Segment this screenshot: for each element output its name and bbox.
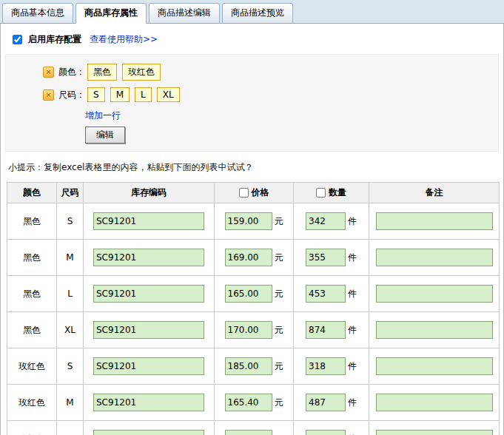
remark-input[interactable] xyxy=(376,285,493,303)
cell-price: 元 xyxy=(215,312,294,348)
cell-quantity: 件 xyxy=(294,348,369,385)
sku-input[interactable] xyxy=(93,285,204,303)
help-link[interactable]: 查看使用帮助>> xyxy=(90,33,158,46)
remove-attribute-icon[interactable]: × xyxy=(43,67,54,78)
cell-price: 元 xyxy=(215,348,294,385)
cell-sku xyxy=(84,312,215,348)
tab-bar: 商品基本信息 商品库存属性 商品描述编辑 商品描述预览 xyxy=(0,0,504,24)
sku-input[interactable] xyxy=(93,212,204,230)
table-row: 玫红色 S 元 件 xyxy=(7,348,500,385)
cell-price: 元 xyxy=(215,240,294,276)
cell-remark xyxy=(369,276,500,312)
cell-quantity: 件 xyxy=(294,312,369,348)
quantity-input[interactable] xyxy=(306,357,346,375)
quantity-input[interactable] xyxy=(306,394,346,411)
price-column-checkbox[interactable] xyxy=(239,188,249,198)
cell-remark xyxy=(369,240,500,276)
remark-input[interactable] xyxy=(376,321,493,339)
cell-remark xyxy=(369,385,500,421)
header-quantity-label: 数量 xyxy=(329,187,346,198)
cell-price: 元 xyxy=(215,385,294,421)
edit-button[interactable]: 编辑 xyxy=(85,127,125,144)
table-row: 黑色 M 元 件 xyxy=(7,240,500,276)
cell-sku xyxy=(84,240,215,276)
price-input[interactable] xyxy=(225,321,272,339)
cell-sku xyxy=(84,276,215,312)
quantity-column-checkbox[interactable] xyxy=(316,188,326,198)
sku-input[interactable] xyxy=(93,430,204,435)
price-input[interactable] xyxy=(225,394,272,411)
quantity-unit: 件 xyxy=(348,252,357,263)
cell-color: 黑色 xyxy=(7,203,57,240)
tab-product-inventory-attributes[interactable]: 商品库存属性 xyxy=(75,3,147,24)
price-input[interactable] xyxy=(225,357,272,375)
header-size: 尺码 xyxy=(57,183,84,203)
attribute-value-button[interactable]: S xyxy=(87,87,105,102)
remark-input[interactable] xyxy=(376,430,493,435)
cell-quantity: 件 xyxy=(294,421,369,435)
cell-color: 玫红色 xyxy=(7,348,57,385)
sku-input[interactable] xyxy=(93,357,204,375)
tab-product-basic-info[interactable]: 商品基本信息 xyxy=(2,3,73,23)
sku-table: 颜色 尺码 库存编码 价格 数量 备注 黑色 S 元 件 xyxy=(7,182,500,435)
cell-remark xyxy=(369,312,500,348)
add-row-link[interactable]: 增加一行 xyxy=(85,109,121,122)
tab-product-description-preview[interactable]: 商品描述预览 xyxy=(222,3,293,23)
quantity-input[interactable] xyxy=(306,430,346,435)
price-input[interactable] xyxy=(225,212,272,230)
cell-sku xyxy=(84,203,215,240)
sku-input[interactable] xyxy=(93,394,204,411)
quantity-input[interactable] xyxy=(306,212,346,230)
header-price-label: 价格 xyxy=(252,187,269,198)
price-unit: 元 xyxy=(275,289,283,299)
remark-input[interactable] xyxy=(376,212,493,230)
cell-color: 黑色 xyxy=(7,276,57,312)
price-input[interactable] xyxy=(225,249,272,266)
sku-input[interactable] xyxy=(93,321,204,339)
attribute-value-button[interactable]: 黑色 xyxy=(87,64,117,81)
cell-size: M xyxy=(57,240,84,276)
remark-input[interactable] xyxy=(376,249,493,266)
price-input[interactable] xyxy=(225,430,272,435)
cell-sku xyxy=(84,385,215,421)
cell-size: S xyxy=(57,348,84,385)
attribute-config-panel: × 颜色： 黑色 玫红色 × 尺码： S M L XL 增加一行 编辑 xyxy=(5,54,499,152)
attribute-row-color: × 颜色： 黑色 玫红色 xyxy=(43,64,498,81)
enable-inventory-checkbox[interactable] xyxy=(13,35,22,44)
quantity-input[interactable] xyxy=(306,321,346,339)
table-row: 黑色 XL 元 件 xyxy=(7,312,500,348)
header-quantity: 数量 xyxy=(294,183,369,203)
cell-color: 玫红色 xyxy=(7,421,57,435)
quantity-unit: 件 xyxy=(348,289,357,299)
cell-size: S xyxy=(57,203,84,240)
paste-tip-text: 小提示：复制excel表格里的内容，粘贴到下面的列表中试试？ xyxy=(8,161,503,174)
cell-color: 黑色 xyxy=(7,240,57,276)
quantity-input[interactable] xyxy=(306,249,346,266)
tab-content-panel: 启用库存配置 查看使用帮助>> × 颜色： 黑色 玫红色 × 尺码： S M L… xyxy=(0,24,504,435)
table-row: 玫红色 L 元 件 xyxy=(7,421,500,435)
cell-size: L xyxy=(57,421,84,435)
remark-input[interactable] xyxy=(376,357,493,375)
attribute-row-size: × 尺码： S M L XL xyxy=(43,87,498,102)
cell-remark xyxy=(369,203,500,240)
cell-price: 元 xyxy=(215,276,294,312)
price-unit: 元 xyxy=(275,397,283,408)
attribute-value-button[interactable]: L xyxy=(135,87,152,102)
sku-input[interactable] xyxy=(93,249,204,266)
remark-input[interactable] xyxy=(376,394,493,411)
quantity-unit: 件 xyxy=(348,325,357,335)
cell-size: M xyxy=(57,385,84,421)
cell-price: 元 xyxy=(215,203,294,240)
quantity-input[interactable] xyxy=(306,285,346,303)
cell-sku xyxy=(84,348,215,385)
cell-remark xyxy=(369,421,500,435)
attribute-value-button[interactable]: 玫红色 xyxy=(122,64,161,81)
attribute-value-button[interactable]: XL xyxy=(157,87,180,102)
price-input[interactable] xyxy=(225,285,272,303)
cell-quantity: 件 xyxy=(294,385,369,421)
cell-quantity: 件 xyxy=(294,276,369,312)
tab-product-description-edit[interactable]: 商品描述编辑 xyxy=(149,3,220,23)
remove-attribute-icon[interactable]: × xyxy=(43,90,54,101)
price-unit: 元 xyxy=(275,252,283,263)
attribute-value-button[interactable]: M xyxy=(110,87,130,102)
